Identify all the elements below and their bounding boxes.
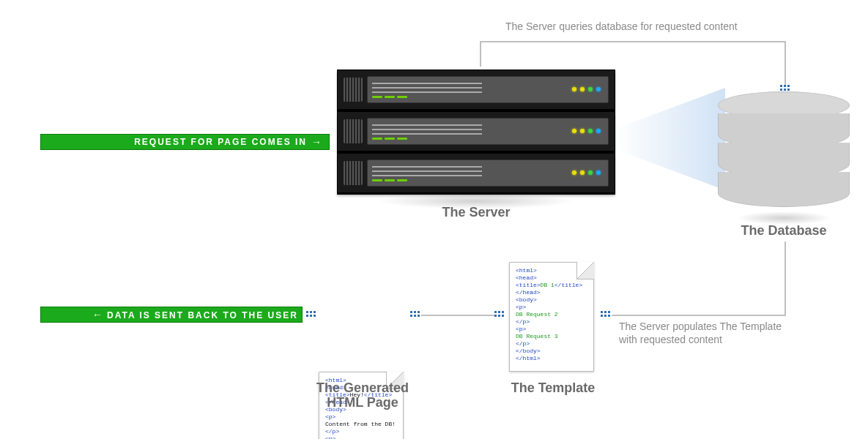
server-unit-2 [337, 111, 615, 151]
wire-top-v-right [784, 41, 786, 85]
wire-tpl-gen [421, 315, 494, 316]
connector-dots-template [601, 311, 611, 318]
connector-dots-out [306, 311, 316, 318]
server-unit-3 [337, 153, 615, 193]
wire-top-h [480, 41, 786, 42]
page-fold-icon [576, 262, 594, 279]
generated-caption-2: HTML Page [308, 395, 418, 410]
query-note: The Server queries database for requeste… [505, 20, 738, 32]
wire-db-left [612, 315, 786, 316]
server-unit-1 [337, 70, 615, 110]
server-caption: The Server [421, 205, 531, 220]
populate-note-1: The Server populates The Template [619, 320, 782, 332]
template-file: <html> <head> <title>DB 1</title> </head… [509, 262, 594, 372]
connector-dots-gen-l [410, 311, 420, 318]
wire-db-down [784, 241, 786, 315]
generated-caption-1: The Generated [308, 380, 418, 396]
populate-note-2: with requested content [619, 334, 722, 345]
database-cylinder [718, 91, 850, 207]
wire-top-v-left [480, 41, 481, 67]
data-out-label: DATA IS SENT BACK TO THE USER [92, 307, 298, 323]
server-db-cone [615, 88, 725, 190]
data-out-banner: DATA IS SENT BACK TO THE USER [40, 307, 303, 323]
template-caption: The Template [505, 380, 601, 396]
request-in-banner: REQUEST FOR PAGE COMES IN [40, 134, 330, 150]
request-in-label: REQUEST FOR PAGE COMES IN [134, 135, 307, 149]
connector-dots-gen-r [494, 311, 505, 318]
database-caption: The Database [718, 223, 850, 239]
server-stack [337, 70, 615, 195]
